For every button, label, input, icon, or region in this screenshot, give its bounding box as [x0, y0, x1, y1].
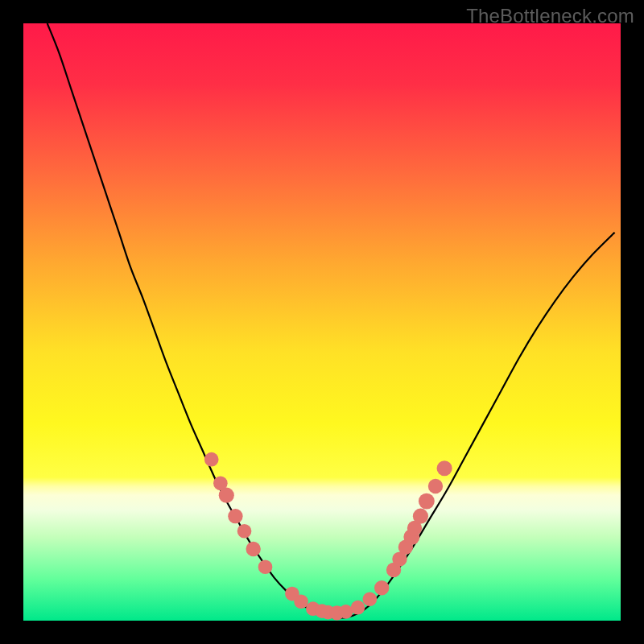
data-marker	[294, 594, 308, 609]
data-marker	[413, 509, 428, 524]
data-marker	[363, 592, 378, 606]
data-marker	[428, 479, 443, 493]
bottleneck-chart	[23, 23, 621, 621]
watermark-text: TheBottleneck.com	[466, 5, 634, 27]
data-marker	[246, 542, 260, 556]
data-marker	[204, 452, 219, 467]
plot-area	[23, 23, 621, 621]
data-marker	[228, 509, 242, 523]
chart-frame: TheBottleneck.com	[0, 0, 644, 644]
gradient-background	[23, 23, 621, 621]
data-marker	[219, 488, 234, 503]
data-marker	[419, 493, 435, 510]
data-marker	[237, 524, 252, 539]
data-marker	[258, 559, 273, 574]
data-marker	[437, 460, 452, 476]
data-marker	[374, 580, 389, 595]
data-marker	[351, 601, 365, 615]
